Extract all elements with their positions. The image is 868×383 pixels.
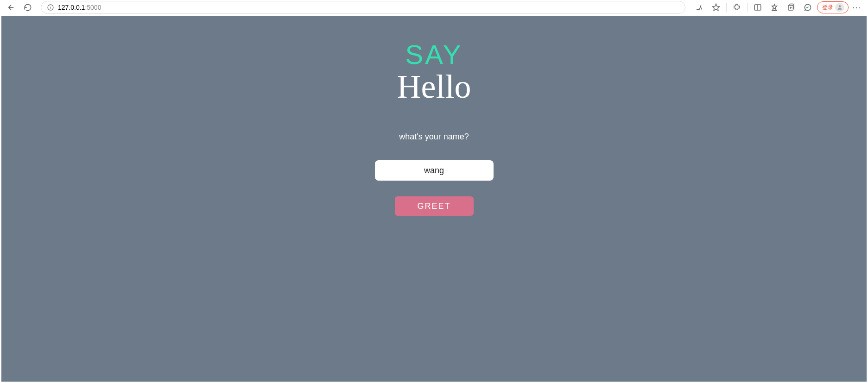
- more-menu-icon[interactable]: ⋯: [850, 2, 863, 13]
- reload-icon: [24, 3, 32, 12]
- performance-icon[interactable]: [800, 1, 815, 14]
- toolbar-right: 登录 ⋯: [692, 1, 863, 14]
- url-host: 127.0.0.1: [58, 4, 85, 11]
- title-line2: Hello: [397, 70, 471, 103]
- app-content: SAY Hello what's your name? GREET: [1, 16, 867, 382]
- name-prompt: what's your name?: [399, 132, 469, 142]
- read-aloud-icon[interactable]: [692, 1, 707, 14]
- browser-toolbar: 127.0.0.1:5000 登录: [0, 0, 868, 15]
- extensions-icon[interactable]: [729, 1, 744, 14]
- svg-point-11: [839, 5, 841, 7]
- greet-button[interactable]: GREET: [395, 196, 474, 216]
- url-text: 127.0.0.1:5000: [58, 4, 101, 11]
- viewport: SAY Hello what's your name? GREET: [0, 15, 868, 383]
- address-bar[interactable]: 127.0.0.1:5000: [41, 1, 685, 14]
- login-button[interactable]: 登录: [817, 1, 849, 13]
- avatar-icon: [835, 3, 844, 12]
- svg-marker-6: [772, 4, 777, 9]
- split-screen-icon[interactable]: [750, 1, 765, 14]
- collections-icon[interactable]: [784, 1, 798, 14]
- svg-marker-3: [713, 4, 720, 11]
- name-input[interactable]: [375, 160, 494, 181]
- url-port: :5000: [85, 4, 101, 11]
- separator: [726, 3, 727, 12]
- arrow-left-icon: [7, 3, 15, 12]
- separator: [747, 3, 748, 12]
- title-line1: SAY: [405, 41, 463, 68]
- reload-button[interactable]: [21, 1, 34, 14]
- login-label: 登录: [822, 4, 833, 12]
- back-button[interactable]: [5, 1, 18, 14]
- star-icon[interactable]: [709, 1, 723, 14]
- favorites-icon[interactable]: [767, 1, 782, 14]
- site-info-icon[interactable]: [47, 4, 54, 11]
